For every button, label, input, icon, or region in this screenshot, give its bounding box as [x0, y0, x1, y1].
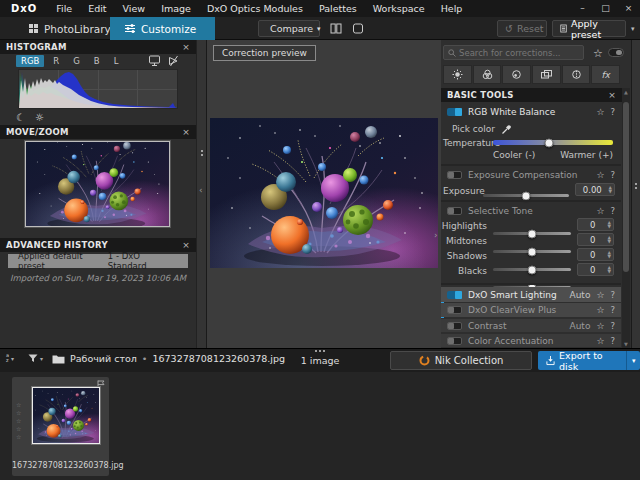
left-splitter[interactable]: ‹ — [196, 40, 207, 348]
shadows-slider[interactable] — [493, 268, 571, 271]
light-tools-tab[interactable] — [443, 65, 472, 84]
selective-tone-help-icon[interactable]: ? — [610, 206, 615, 216]
basic-tools-close-icon[interactable]: × — [608, 90, 616, 100]
exposure-slider-handle[interactable] — [522, 191, 531, 200]
movezoom-thumbnail[interactable] — [25, 141, 170, 227]
menu-edit[interactable]: Edit — [80, 3, 114, 14]
menu-dxo-optics-modules[interactable]: DxO Optics Modules — [199, 3, 311, 14]
rating-star-icon[interactable]: ☆ — [16, 409, 21, 416]
highlights-value-box[interactable]: 0 ▲▼ — [577, 218, 614, 231]
menu-view[interactable]: View — [115, 3, 154, 14]
temperature-slider-handle[interactable] — [545, 138, 554, 147]
spin-down-icon[interactable]: ▼ — [608, 255, 611, 259]
left-splitter-grip[interactable] — [201, 150, 203, 156]
exposure-compensation-toggle[interactable] — [447, 171, 462, 179]
filter-button[interactable]: ▾ — [28, 354, 43, 363]
search-input[interactable] — [459, 48, 579, 58]
color-accentuation-toggle[interactable] — [447, 337, 462, 345]
rating-star-icon[interactable]: ☆ — [16, 425, 21, 432]
highlights-slider-handle[interactable] — [528, 229, 537, 238]
geometry-tools-tab[interactable] — [532, 65, 561, 84]
spin-down-icon[interactable]: ▼ — [609, 190, 612, 194]
rating-star-icon[interactable]: ☆ — [16, 433, 21, 440]
white-balance-help-icon[interactable]: ? — [610, 107, 615, 117]
smart-lighting-help-icon[interactable]: ? — [610, 290, 615, 300]
clearview-star-icon[interactable]: ☆ — [596, 305, 604, 315]
rating-star-icon[interactable]: ☆ — [16, 417, 21, 424]
smart-lighting-star-icon[interactable]: ☆ — [596, 290, 604, 300]
shadows-slider-handle[interactable] — [528, 265, 537, 274]
tab-customize[interactable]: Customize — [110, 17, 215, 40]
eyedropper-icon[interactable] — [501, 123, 513, 135]
current-folder-label[interactable]: Рабочий стол — [70, 353, 137, 364]
thumbnail-rating-stars[interactable]: ☆ ☆ ☆ ☆ ☆ — [16, 401, 21, 440]
detail-tools-tab[interactable] — [502, 65, 531, 84]
nik-collection-button[interactable]: Nik Collection — [390, 351, 532, 370]
favorites-filter-star-icon[interactable]: ☆ — [593, 47, 603, 60]
clearview-help-icon[interactable]: ? — [610, 305, 615, 315]
blacks-value-box[interactable]: 0 ▲▼ — [577, 263, 614, 276]
highlights-slider[interactable] — [493, 232, 571, 235]
exposure-slider[interactable] — [483, 194, 569, 197]
collapse-left-chevron-icon[interactable]: ‹ — [199, 185, 203, 195]
contrast-toggle[interactable] — [447, 322, 462, 330]
menu-help[interactable]: Help — [433, 3, 471, 14]
compare-caret-icon[interactable]: ▾ — [317, 25, 321, 33]
local-adjustments-tab[interactable] — [562, 65, 591, 84]
spin-down-icon[interactable]: ▼ — [608, 225, 611, 229]
exposure-compensation-help-icon[interactable]: ? — [610, 170, 615, 180]
active-corrections-toggle[interactable] — [608, 48, 624, 57]
exposure-value-box[interactable]: 0.00 ▲▼ — [575, 183, 615, 196]
movezoom-close-icon[interactable]: × — [182, 127, 190, 137]
soft-proofing-icon[interactable] — [167, 55, 180, 67]
scroll-up-icon[interactable]: ▲ — [624, 88, 628, 96]
history-entry[interactable]: Applied default preset 1 - DxO Standard — [8, 254, 188, 268]
selective-tone-toggle[interactable] — [447, 207, 462, 215]
midtones-slider-handle[interactable] — [528, 247, 537, 256]
temperature-slider[interactable] — [493, 140, 613, 145]
sort-button[interactable]: az ▾ — [6, 353, 14, 363]
color-accentuation-row[interactable]: Color Accentuation ☆ ? — [441, 334, 621, 347]
compare-button[interactable]: Compare ▾ — [258, 20, 320, 37]
right-splitter[interactable] — [631, 40, 640, 348]
close-button[interactable]: × — [617, 0, 640, 17]
thumbnail-image[interactable] — [32, 387, 100, 444]
white-balance-star-icon[interactable]: ☆ — [596, 107, 604, 117]
white-balance-toggle[interactable] — [447, 108, 462, 116]
effects-tab[interactable]: fx — [591, 65, 620, 84]
selective-tone-section-header[interactable]: Selective Tone ☆ ? — [441, 204, 621, 217]
channel-rgb[interactable]: RGB — [16, 55, 44, 67]
right-splitter-grip[interactable] — [635, 183, 637, 189]
clearview-toggle[interactable] — [447, 306, 462, 314]
history-close-icon[interactable]: × — [182, 240, 190, 250]
channel-b[interactable]: B — [89, 55, 105, 67]
channel-r[interactable]: R — [48, 55, 64, 67]
search-corrections-box[interactable] — [443, 45, 584, 60]
spin-down-icon[interactable]: ▼ — [608, 270, 611, 274]
midtones-slider[interactable] — [493, 250, 571, 253]
pick-color-control[interactable]: Pick color — [452, 123, 513, 135]
scrollbar-thumb[interactable] — [623, 102, 629, 272]
toolbar-collapse-caret-icon[interactable]: ▾ — [631, 25, 635, 33]
minimize-button[interactable]: – — [571, 0, 594, 17]
midtones-value-box[interactable]: 0 ▲▼ — [577, 233, 614, 246]
contrast-help-icon[interactable]: ? — [610, 321, 615, 331]
contrast-star-icon[interactable]: ☆ — [596, 321, 604, 331]
clearview-row[interactable]: DxO ClearView Plus ☆ ? — [441, 303, 621, 317]
exposure-compensation-section-header[interactable]: Exposure Compensation ☆ ? — [441, 168, 621, 181]
scroll-down-icon[interactable]: ▼ — [624, 340, 628, 348]
shadows-value-box[interactable]: 0 ▲▼ — [577, 248, 614, 261]
selective-tone-star-icon[interactable]: ☆ — [596, 206, 604, 216]
bottom-splitter-grip[interactable] — [315, 350, 325, 352]
export-to-disk-button[interactable]: Export to disk ▾ — [538, 351, 640, 370]
panel-scrollbar[interactable]: ▲ ▼ — [622, 88, 630, 348]
menu-palettes[interactable]: Palettes — [311, 3, 365, 14]
monitor-icon[interactable] — [148, 55, 161, 67]
spin-down-icon[interactable]: ▼ — [608, 240, 611, 244]
tab-photolibrary[interactable]: PhotoLibrary — [14, 17, 125, 40]
rating-star-icon[interactable]: ☆ — [16, 401, 21, 408]
export-options-caret[interactable]: ▾ — [626, 351, 640, 370]
maximize-button[interactable]: □ — [594, 0, 617, 17]
collapse-right-chevron-icon[interactable]: › — [434, 230, 438, 240]
smart-lighting-row[interactable]: DxO Smart Lighting Auto ☆ ? — [441, 287, 621, 302]
